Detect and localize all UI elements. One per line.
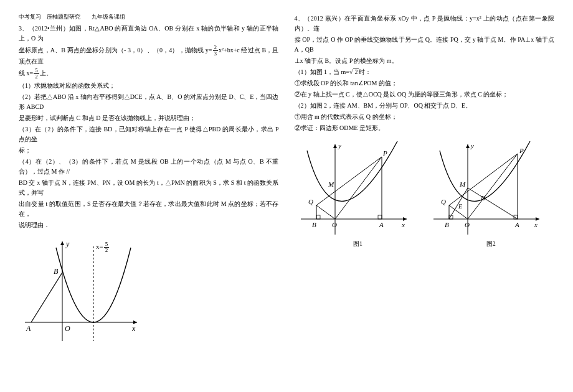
- figures-right: P Q M B O A x y 图1: [295, 138, 555, 249]
- page-header: 中考复习 压轴题型研究 九年级备课组: [19, 12, 279, 21]
- svg-line-15: [335, 157, 382, 219]
- svg-marker-33: [466, 144, 470, 148]
- fraction-2-3: 23: [213, 45, 219, 57]
- q4b: BD 交 x 轴于点 N，连接 PM、PN，设 OM 的长为 t，△PMN 的面…: [19, 178, 279, 198]
- svg-line-41: [468, 188, 518, 219]
- denominator: 2: [34, 74, 39, 80]
- svg-rect-19: [378, 215, 382, 219]
- q3a: （3）在（2）的条件下，连接 BD，已知对称轴上存在一点 P 使得△PBD 的周…: [19, 124, 279, 144]
- svg-text:O: O: [465, 221, 470, 228]
- svg-text:B: B: [445, 221, 449, 228]
- text: 时：: [359, 68, 371, 75]
- page: 中考复习 压轴题型研究 九年级备课组 3、（2012•兰州）如图，Rt△ABO …: [0, 0, 573, 360]
- denominator: 2: [104, 248, 110, 253]
- svg-text:E: E: [458, 203, 462, 210]
- problem4-b: 接 OP，过点 O 作 OP 的垂线交抛物线于另一点 Q。连接 PQ，交 y 轴…: [295, 35, 555, 55]
- q2a: （2）若把△ABO 沿 x 轴向右平移得到△DCE，点 A、B、O 的对应点分别…: [19, 92, 279, 112]
- q2-1: ①用含 m 的代数式表示点 Q 的坐标；: [295, 112, 555, 122]
- svg-line-34: [468, 154, 518, 219]
- svg-text:x: x: [401, 221, 405, 228]
- symmetry-label: x=52: [96, 241, 110, 253]
- problem3-intro3: 线 x=52上。: [19, 68, 279, 80]
- problem3-intro2: 坐标原点，A、B 两点的坐标分别为（- 3，0）、（0，4），抛物线 y=23x…: [19, 45, 279, 67]
- figure1: P Q M B O A x y: [295, 138, 413, 238]
- text: 线 x=: [19, 70, 33, 77]
- q1-2: ②在 y 轴上找一点 C，使△OCQ 是以 OQ 为腰的等腰三角形，求点 C 的…: [295, 90, 555, 100]
- svg-text:O: O: [332, 221, 337, 228]
- figure1-box: P Q M B O A x y 图1: [295, 138, 422, 249]
- denominator: 3: [213, 51, 219, 57]
- svg-text:P: P: [382, 149, 387, 157]
- svg-text:P: P: [519, 147, 524, 154]
- fig2-label: 图2: [427, 239, 554, 249]
- fig1-label: 图1: [295, 239, 422, 249]
- q2a: （2）如图 2，连接 AM、BM，分别与 OP、OQ 相交于点 D、E。: [295, 101, 555, 111]
- svg-text:Q: Q: [441, 198, 446, 205]
- text: 3、（2012•兰州）如图，Rt△ABO 的两直角边 OA、OB 分别在 x 轴…: [19, 25, 279, 42]
- svg-rect-21: [316, 215, 320, 219]
- q4c: 出自变量 t 的取值范围，S 是否存在最大值？若存在，求出最大值和此时 M 点的…: [19, 199, 279, 219]
- problem4-a: 4、（2012 嘉兴）在平面直角坐标系 xOy 中，点 P 是抛物线：y=x² …: [295, 14, 555, 34]
- svg-text:M: M: [328, 180, 334, 188]
- text: 坐标原点，A、B 两点的坐标分别为（- 3，0）、（0，4），抛物线 y=: [19, 47, 212, 54]
- svg-marker-3: [60, 241, 64, 245]
- text: x=: [96, 243, 103, 250]
- problem4-c: ⊥x 轴于点 B。设点 P 的横坐标为 m。: [295, 56, 555, 66]
- fraction-5-2-fig: 52: [104, 241, 110, 253]
- q2-2: ②求证：四边形 ODME 是矩形。: [295, 123, 555, 133]
- figure-left: B A O x y x=52: [19, 235, 279, 347]
- text: （1）如图 1，当 m=: [295, 68, 349, 75]
- figure2: P Q M D E B O A x y: [427, 138, 546, 238]
- q1: （1）求抛物线对应的函数关系式；: [19, 81, 279, 91]
- svg-text:D: D: [480, 195, 486, 202]
- svg-text:A: A: [26, 324, 31, 333]
- parabola-figure: B A O x y: [19, 235, 143, 347]
- svg-text:A: A: [514, 221, 519, 228]
- q1-1: ①求线段 OP 的长和 tan∠POM 的值；: [295, 78, 555, 88]
- problem3-intro: 3、（2012•兰州）如图，Rt△ABO 的两直角边 OA、OB 分别在 x 轴…: [19, 24, 279, 44]
- svg-text:M: M: [459, 180, 466, 188]
- svg-text:x: x: [534, 221, 537, 228]
- figure2-box: P Q M D E B O A x y 图2: [427, 138, 554, 249]
- fraction-5-2: 52: [34, 68, 39, 80]
- svg-text:B: B: [54, 267, 59, 276]
- svg-text:x: x: [131, 324, 136, 333]
- q4d: 说明理由．: [19, 220, 279, 230]
- svg-text:y: y: [65, 240, 70, 248]
- q3b: 标；: [19, 146, 279, 156]
- svg-text:Q: Q: [308, 198, 313, 205]
- svg-text:B: B: [312, 221, 316, 228]
- left-column: 中考复习 压轴题型研究 九年级备课组 3、（2012•兰州）如图，Rt△ABO …: [19, 12, 279, 347]
- svg-marker-14: [333, 144, 337, 148]
- q1: （1）如图 1，当 m=√2时：: [295, 67, 555, 77]
- q4a: （4）在（2）、（3）的条件下，若点 M 是线段 OB 上的一个动点（点 M 与…: [19, 157, 279, 177]
- sqrt-sign: √: [349, 68, 353, 75]
- right-column: 4、（2012 嘉兴）在平面直角坐标系 xOy 中，点 P 是抛物线：y=x² …: [295, 12, 555, 347]
- text: 上。: [40, 70, 52, 77]
- q2b: 是菱形时，试判断点 C 和点 D 是否在该抛物线上，并说明理由；: [19, 113, 279, 123]
- svg-text:y: y: [470, 142, 474, 149]
- svg-text:y: y: [338, 142, 341, 149]
- svg-text:O: O: [65, 324, 70, 333]
- svg-line-5: [31, 273, 62, 322]
- svg-text:A: A: [379, 221, 384, 228]
- svg-line-16: [316, 205, 335, 219]
